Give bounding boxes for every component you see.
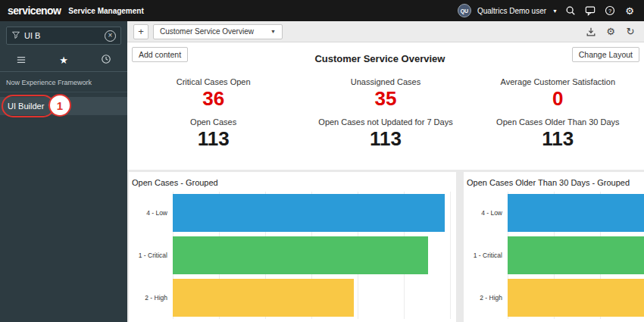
app-root: servicenow Service Management QU Qualtri… — [0, 0, 644, 322]
menu-list-icon — [16, 54, 27, 67]
bar-category-label: 4 - Low — [464, 192, 508, 234]
change-layout-button[interactable]: Change Layout — [572, 47, 639, 62]
canvas-header: Add content Customer Service Overview Ch… — [127, 42, 644, 64]
chevron-down-icon[interactable]: ▼ — [552, 8, 558, 14]
dashboard-select[interactable]: Customer Service Overview ▼ — [153, 24, 283, 39]
servicenow-logo: servicenow — [8, 5, 61, 17]
metric-unassigned-cases[interactable]: Unassigned Cases 35 — [299, 72, 471, 112]
star-icon: ★ — [59, 55, 68, 66]
metric-value: 35 — [299, 88, 471, 110]
product-name: Service Management — [68, 7, 144, 15]
annotation-step-marker: 1 — [48, 94, 71, 117]
bar-category-label: 2 - High — [129, 277, 173, 319]
bar-2-high[interactable] — [508, 279, 644, 317]
bar-category-label: 2 - High — [464, 277, 508, 319]
chart-title: Open Cases - Grouped — [129, 172, 456, 190]
sidebar-item-ui-builder[interactable]: UI Builder ✎ 1 — [0, 97, 127, 115]
clock-icon — [101, 54, 111, 67]
tab-favorites[interactable]: ★ — [42, 49, 85, 71]
navigator-section-label: Now Experience Framework — [0, 72, 127, 92]
metric-value: 0 — [472, 88, 644, 110]
filter-icon — [11, 29, 20, 42]
chart-open-cases-older-30-grouped: Open Cases Older Than 30 Days - Grouped … — [464, 172, 644, 322]
metric-critical-cases-open[interactable]: Critical Cases Open 36 — [127, 72, 299, 112]
metric-open-cases-not-updated[interactable]: Open Cases not Updated for 7 Days 113 — [299, 112, 471, 152]
export-dashboard-icon[interactable] — [583, 24, 599, 39]
bar-chart-plot: 4 - Low1 - Critical2 - High — [464, 190, 644, 322]
bar-track — [173, 277, 456, 319]
bar-track — [173, 192, 456, 234]
metric-value: 113 — [472, 128, 644, 150]
chart-open-cases-grouped: Open Cases - Grouped 4 - Low1 - Critical… — [129, 172, 456, 322]
bar-chart-plot: 4 - Low1 - Critical2 - High — [129, 190, 456, 322]
add-content-button[interactable]: Add content — [132, 47, 188, 62]
chart-title: Open Cases Older Than 30 Days - Grouped — [464, 172, 644, 190]
metric-label: Critical Cases Open — [127, 77, 299, 86]
bar-4-low[interactable] — [508, 194, 644, 232]
tab-all-applications[interactable] — [0, 49, 42, 71]
search-icon[interactable] — [564, 4, 577, 17]
top-header: servicenow Service Management QU Qualtri… — [0, 0, 644, 21]
bar-2-high[interactable] — [173, 279, 354, 317]
bar-track — [508, 234, 644, 277]
svg-text:?: ? — [608, 8, 611, 14]
bar-category-label: 1 - Critical — [464, 234, 508, 277]
bar-4-low[interactable] — [173, 194, 445, 232]
bar-1-critical[interactable] — [508, 236, 644, 274]
metric-label: Open Cases not Updated for 7 Days — [299, 117, 471, 127]
refresh-icon[interactable]: ↻ — [623, 24, 638, 39]
bar-track — [508, 277, 644, 319]
metric-label: Open Cases Older Than 30 Days — [472, 117, 644, 127]
metric-open-cases-older-30[interactable]: Open Cases Older Than 30 Days 113 — [472, 112, 644, 152]
metric-open-cases[interactable]: Open Cases 113 — [127, 112, 299, 152]
dashboard-select-value: Customer Service Overview — [160, 27, 254, 36]
add-tab-button[interactable]: + — [133, 24, 148, 39]
navigator-tabs: ★ — [0, 49, 127, 72]
page-title: Customer Service Overview — [188, 53, 572, 64]
clear-filter-icon[interactable]: × — [105, 30, 116, 42]
navigator-filter: × — [6, 27, 121, 45]
avatar[interactable]: QU — [458, 4, 471, 17]
bar-row: 4 - Low — [129, 192, 456, 234]
bar-row: 2 - High — [464, 277, 644, 319]
user-menu[interactable]: Qualtrics Demo user — [477, 7, 546, 15]
bar-category-label: 4 - Low — [129, 192, 173, 234]
bar-row: 2 - High — [129, 277, 456, 319]
main-content: + Customer Service Overview ▼ ⚙ ↻ Add co… — [127, 21, 644, 322]
bar-1-critical[interactable] — [173, 236, 428, 274]
metric-label: Average Customer Satisfaction — [472, 77, 644, 86]
bar-track — [508, 192, 644, 234]
chat-icon[interactable] — [583, 4, 597, 17]
metric-average-customer-satisfaction[interactable]: Average Customer Satisfaction 0 — [472, 72, 644, 112]
bar-row: 1 - Critical — [464, 234, 644, 277]
dashboard-toolbar: + Customer Service Overview ▼ ⚙ ↻ — [127, 21, 644, 42]
metrics-grid: Critical Cases Open 36 Unassigned Cases … — [127, 72, 644, 152]
bar-row: 1 - Critical — [129, 234, 456, 277]
bar-row: 4 - Low — [464, 192, 644, 234]
metric-value: 113 — [299, 128, 471, 150]
metric-value: 36 — [127, 88, 299, 110]
dashboard-canvas: Add content Customer Service Overview Ch… — [127, 42, 644, 322]
tab-history[interactable] — [85, 49, 127, 71]
sidebar-item-label: UI Builder — [8, 102, 44, 111]
help-icon[interactable]: ? — [603, 4, 617, 17]
navigator-filter-input[interactable] — [24, 31, 101, 40]
bar-category-label: 1 - Critical — [129, 234, 173, 277]
metric-label: Open Cases — [127, 117, 299, 127]
bar-track — [173, 234, 456, 277]
chevron-down-icon: ▼ — [270, 29, 276, 34]
gear-icon[interactable]: ⚙ — [623, 4, 636, 17]
dashboard-settings-icon[interactable]: ⚙ — [603, 24, 618, 39]
app-navigator-sidebar: × ★ Now Experience Framework UI Builder … — [0, 21, 127, 322]
charts-row: Open Cases - Grouped 4 - Low1 - Critical… — [127, 170, 644, 322]
metric-value: 113 — [127, 128, 299, 150]
metric-label: Unassigned Cases — [299, 77, 471, 86]
